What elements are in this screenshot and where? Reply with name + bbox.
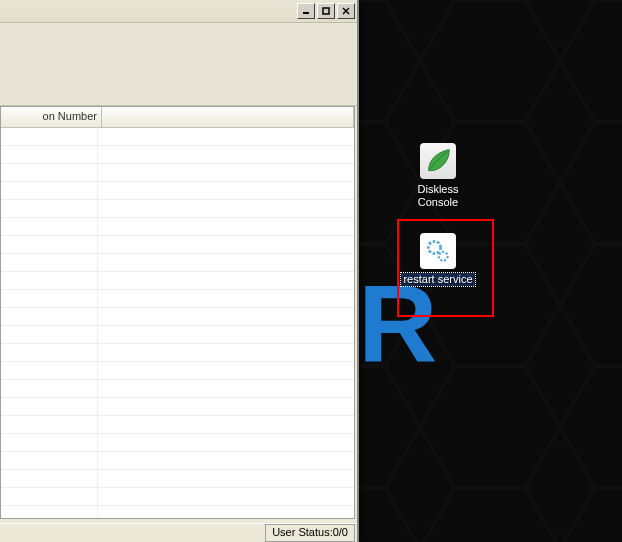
list-body[interactable] [1,128,354,518]
desktop-icon-label: Diskless Console [418,183,459,209]
list-view[interactable]: on Number [0,106,355,519]
table-row[interactable] [1,434,354,452]
table-row[interactable] [1,200,354,218]
table-row[interactable] [1,236,354,254]
table-row[interactable] [1,254,354,272]
column-header-number[interactable]: on Number [1,107,102,127]
gear-icon [420,233,456,269]
column-header-2[interactable] [102,107,354,127]
table-row[interactable] [1,326,354,344]
toolbar-area [0,23,357,106]
table-row[interactable] [1,488,354,506]
table-row[interactable] [1,218,354,236]
table-row[interactable] [1,128,354,146]
titlebar [0,0,357,23]
statusbar: User Status:0/0 [0,523,357,542]
list-header: on Number [1,107,354,128]
table-row[interactable] [1,272,354,290]
desktop-icon-label: restart service [401,273,474,286]
app-window: on Number User Status:0/0 [0,0,359,542]
svg-point-3 [439,252,448,261]
desktop-icon-diskless-console[interactable]: Diskless Console [398,143,478,209]
table-row[interactable] [1,146,354,164]
table-row[interactable] [1,470,354,488]
svg-rect-5 [323,8,329,14]
desktop-icon-restart-service[interactable]: restart service [398,233,478,286]
svg-point-2 [428,241,440,253]
table-row[interactable] [1,182,354,200]
table-row[interactable] [1,506,354,518]
table-row[interactable] [1,344,354,362]
minimize-button[interactable] [297,3,315,19]
table-row[interactable] [1,290,354,308]
table-row[interactable] [1,380,354,398]
status-user-count: User Status:0/0 [265,524,355,542]
table-row[interactable] [1,308,354,326]
table-row[interactable] [1,164,354,182]
table-row[interactable] [1,416,354,434]
leaf-icon [420,143,456,179]
close-button[interactable] [337,3,355,19]
maximize-button[interactable] [317,3,335,19]
table-row[interactable] [1,362,354,380]
table-row[interactable] [1,398,354,416]
table-row[interactable] [1,452,354,470]
